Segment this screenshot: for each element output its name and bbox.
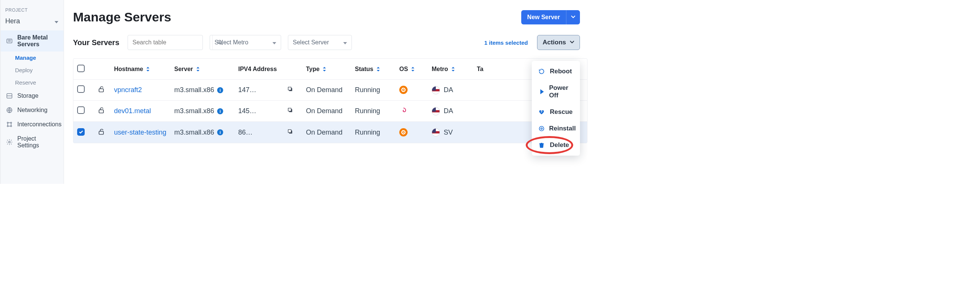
- project-selector[interactable]: Hera: [0, 15, 64, 30]
- interconnect-icon: [6, 121, 13, 128]
- col-status[interactable]: Status: [355, 66, 399, 73]
- svg-point-29: [404, 132, 406, 133]
- copy-icon[interactable]: [287, 128, 306, 136]
- svg-point-9: [11, 125, 12, 127]
- action-power-off[interactable]: Power Off: [532, 80, 580, 104]
- sidebar-sub-manage[interactable]: Manage: [0, 51, 64, 64]
- caret-down-icon: [272, 39, 276, 46]
- actions-button[interactable]: Actions: [537, 35, 580, 50]
- col-os[interactable]: OS: [399, 66, 432, 73]
- col-tags: Ta: [477, 66, 500, 73]
- sidebar-sub-deploy[interactable]: Deploy: [0, 64, 64, 76]
- action-rescue[interactable]: Rescue: [532, 104, 580, 120]
- project-name: Hera: [5, 17, 20, 25]
- col-tags-label: Ta: [477, 66, 483, 73]
- sort-icon: [376, 67, 380, 71]
- select-server-placeholder: Select Server: [293, 39, 329, 46]
- caret-down-icon: [343, 39, 347, 46]
- metro-code: SV: [444, 128, 453, 136]
- svg-point-7: [11, 122, 12, 123]
- action-label: Delete: [550, 141, 569, 149]
- billing-type: On Demand: [306, 128, 355, 136]
- sidebar-item-storage[interactable]: Storage: [0, 89, 64, 103]
- info-icon[interactable]: i: [217, 129, 223, 135]
- power-icon: [539, 89, 544, 95]
- info-icon[interactable]: i: [217, 87, 223, 93]
- sort-icon: [451, 67, 455, 71]
- project-section-label: PROJECT: [0, 4, 64, 15]
- reinstall-icon: [539, 125, 544, 132]
- search-input[interactable]: [128, 39, 212, 46]
- gear-icon: [6, 139, 13, 146]
- sidebar-item-interconnections[interactable]: Interconnections: [0, 117, 64, 132]
- hostname-link[interactable]: dev01.metal: [114, 107, 174, 115]
- action-reboot[interactable]: Reboot: [532, 63, 580, 80]
- col-hostname[interactable]: Hostname: [114, 66, 174, 73]
- col-os-label: OS: [399, 66, 408, 73]
- select-metro-dropdown[interactable]: Select Metro: [210, 35, 281, 50]
- col-server[interactable]: Server: [174, 66, 238, 73]
- svg-rect-15: [288, 87, 291, 90]
- info-icon[interactable]: i: [217, 108, 223, 114]
- sidebar-sub-reserve[interactable]: Reserve: [0, 76, 64, 89]
- svg-point-19: [402, 88, 403, 89]
- svg-point-32: [539, 126, 544, 131]
- action-label: Reboot: [550, 68, 572, 75]
- os-icon: [399, 106, 407, 115]
- unlock-icon: [97, 129, 105, 137]
- svg-point-18: [404, 89, 406, 90]
- main-content: Manage Servers New Server Your Servers S…: [64, 0, 587, 184]
- sidebar-item-label: Bare Metal Servers: [18, 34, 58, 48]
- sidebar-item-project-settings[interactable]: Project Settings: [0, 132, 64, 153]
- items-selected-badge: 1 items selected: [484, 40, 528, 46]
- flag-icon: [432, 107, 440, 116]
- metro-code: DA: [444, 107, 453, 115]
- ipv4-address: 86…: [238, 128, 287, 136]
- select-all-checkbox[interactable]: [77, 65, 85, 72]
- rescue-icon: [539, 109, 545, 115]
- action-label: Power Off: [549, 84, 573, 99]
- action-label: Rescue: [550, 108, 573, 116]
- table-header-row: Hostname Server IPV4 Address Type Status: [73, 59, 587, 80]
- your-servers-label: Your Servers: [73, 38, 119, 47]
- row-checkbox[interactable]: [77, 106, 85, 114]
- col-type[interactable]: Type: [306, 66, 355, 73]
- search-table-wrapper: [127, 35, 203, 50]
- action-label: Reinstall: [549, 125, 576, 132]
- svg-point-31: [402, 133, 403, 134]
- chevron-down-icon: [571, 14, 576, 21]
- svg-rect-13: [99, 89, 103, 92]
- col-metro[interactable]: Metro: [432, 66, 477, 73]
- trash-icon: [539, 142, 545, 148]
- new-server-dropdown-toggle[interactable]: [566, 10, 580, 24]
- status: Running: [355, 128, 399, 136]
- select-server-dropdown[interactable]: Select Server: [288, 35, 352, 50]
- hostname-link[interactable]: vpncraft2: [114, 86, 174, 94]
- unlock-icon: [97, 108, 105, 116]
- sidebar-item-label: Project Settings: [18, 135, 58, 149]
- svg-point-8: [7, 125, 8, 127]
- copy-icon[interactable]: [287, 107, 306, 115]
- action-reinstall[interactable]: Reinstall: [532, 120, 580, 137]
- select-metro-placeholder: Select Metro: [215, 39, 248, 46]
- sort-icon: [196, 67, 200, 71]
- servers-table: Hostname Server IPV4 Address Type Status: [73, 58, 587, 143]
- flag-icon: [432, 86, 440, 94]
- new-server-button[interactable]: New Server: [521, 10, 566, 24]
- server-type: m3.small.x86: [174, 86, 214, 94]
- col-metro-label: Metro: [432, 66, 448, 73]
- billing-type: On Demand: [306, 86, 355, 94]
- copy-icon[interactable]: [287, 86, 306, 94]
- actions-menu: Reboot Power Off Rescue Reinstall: [532, 61, 580, 155]
- billing-type: On Demand: [306, 107, 355, 115]
- row-checkbox[interactable]: [77, 128, 85, 136]
- sidebar-item-networking[interactable]: Networking: [0, 103, 64, 117]
- row-checkbox[interactable]: [77, 85, 85, 93]
- hostname-link[interactable]: user-state-testing: [114, 128, 174, 136]
- action-delete[interactable]: Delete: [532, 137, 580, 153]
- sidebar-item-bare-metal-servers[interactable]: Bare Metal Servers: [0, 30, 64, 51]
- metro-code: DA: [444, 86, 453, 94]
- col-hostname-label: Hostname: [114, 66, 143, 73]
- sort-icon: [146, 67, 150, 71]
- sidebar: PROJECT Hera Bare Metal Servers Manage D…: [0, 0, 64, 184]
